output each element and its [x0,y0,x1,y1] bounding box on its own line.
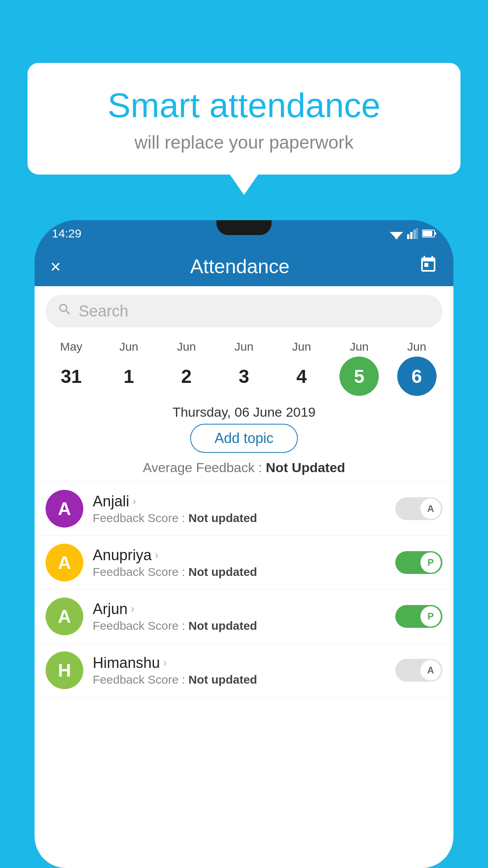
svg-rect-4 [410,232,413,239]
cal-date-number: 31 [51,357,91,396]
toggle-wrap[interactable]: P [395,605,442,628]
app-title: Attendance [190,255,290,278]
calendar-day[interactable]: Jun5 [336,340,383,396]
calendar-day[interactable]: Jun2 [163,340,210,396]
speech-bubble: Smart attendance will replace your paper… [28,63,460,175]
student-item[interactable]: AAnjali›Feedback Score : Not updatedA [35,482,453,536]
svg-rect-9 [423,231,432,236]
feedback-score: Feedback Score : Not updated [93,673,386,686]
student-info: Anupriya›Feedback Score : Not updated [93,547,386,579]
toggle-knob: P [420,606,441,627]
cal-month-label: Jun [350,340,369,353]
search-svg [57,302,72,317]
student-name-text: Anjali [93,493,129,510]
cal-month-label: May [60,340,83,353]
feedback-value: Not updated [188,619,257,632]
cal-date-number: 6 [397,357,437,396]
chevron-right-icon: › [131,603,134,615]
calendar-icon [419,255,438,274]
feedback-score: Feedback Score : Not updated [93,511,386,525]
student-item[interactable]: HHimanshu›Feedback Score : Not updatedA [35,644,453,697]
feedback-label: Feedback Score : [93,619,188,632]
attendance-toggle[interactable]: A [395,497,442,520]
student-item[interactable]: AArjun›Feedback Score : Not updatedP [35,590,453,644]
calendar-day[interactable]: Jun6 [393,340,440,396]
cal-month-label: Jun [119,340,138,353]
chevron-right-icon: › [132,495,136,508]
student-name: Himanshu› [93,655,386,671]
feedback-value: Not updated [188,511,257,524]
toggle-knob: A [420,498,441,519]
cal-date-number: 2 [167,357,206,396]
calendar-day[interactable]: Jun4 [278,340,325,396]
student-name: Anjali› [93,493,386,510]
avg-feedback-value: Not Updated [266,460,345,475]
cal-month-label: Jun [177,340,196,353]
student-name: Anupriya› [93,547,386,564]
calendar-button[interactable] [419,255,438,278]
cal-month-label: Jun [292,340,311,353]
cal-month-label: Jun [407,340,426,353]
student-name: Arjun› [93,601,386,618]
phone-frame: 14:29 × Attendance [35,220,453,868]
feedback-label: Feedback Score : [93,511,188,524]
calendar-day[interactable]: Jun3 [220,340,268,396]
attendance-toggle[interactable]: A [395,659,442,682]
toggle-wrap[interactable]: A [395,497,442,520]
attendance-toggle[interactable]: P [395,605,442,628]
feedback-value: Not updated [188,565,257,578]
status-bar: 14:29 [35,220,453,247]
avatar: A [46,490,83,528]
bubble-title: Smart attendance [47,86,441,125]
cal-month-label: Jun [235,340,253,353]
cal-date-number: 1 [109,357,149,396]
search-bar[interactable]: Search [46,295,442,327]
student-info: Arjun›Feedback Score : Not updated [93,601,386,633]
selected-date: Thursday, 06 June 2019 [35,405,453,420]
toggle-knob: P [420,552,441,573]
chevron-right-icon: › [163,657,167,669]
screen-content: Search May31Jun1Jun2Jun3Jun4Jun5Jun6 Thu… [35,286,453,868]
status-time: 14:29 [52,227,81,240]
calendar-day[interactable]: Jun1 [105,340,152,396]
add-topic-button[interactable]: Add topic [190,424,298,453]
search-icon [57,302,72,320]
students-list: AAnjali›Feedback Score : Not updatedAAAn… [35,482,453,697]
feedback-score: Feedback Score : Not updated [93,619,386,633]
cal-date-number: 3 [224,357,264,396]
svg-rect-6 [416,228,418,239]
student-name-text: Anupriya [93,547,152,564]
student-info: Anjali›Feedback Score : Not updated [93,493,386,525]
app-bar: × Attendance [35,247,453,286]
avg-feedback-label: Average Feedback : [143,460,266,475]
search-placeholder: Search [79,302,128,320]
battery-icon [422,229,436,238]
avatar: H [46,651,83,689]
svg-rect-8 [435,232,436,235]
toggle-wrap[interactable]: A [395,659,442,682]
signal-icon [407,228,418,239]
status-icons [390,228,436,239]
avatar: A [46,544,83,581]
feedback-value: Not updated [188,673,257,686]
svg-rect-5 [413,230,416,239]
close-button[interactable]: × [50,256,61,277]
student-item[interactable]: AAnupriya›Feedback Score : Not updatedP [35,536,453,590]
cal-date-number: 5 [339,357,379,396]
student-info: Himanshu›Feedback Score : Not updated [93,655,386,686]
attendance-toggle[interactable]: P [395,551,442,574]
chevron-right-icon: › [155,549,158,561]
calendar-day[interactable]: May31 [48,340,95,396]
feedback-label: Feedback Score : [93,673,188,686]
wifi-icon [390,228,403,239]
feedback-label: Feedback Score : [93,565,188,578]
toggle-wrap[interactable]: P [395,551,442,574]
toggle-knob: A [420,660,441,680]
feedback-score: Feedback Score : Not updated [93,565,386,579]
calendar-strip: May31Jun1Jun2Jun3Jun4Jun5Jun6 [35,336,453,396]
cal-date-number: 4 [282,357,321,396]
avatar: A [46,598,83,635]
bubble-subtitle: will replace your paperwork [47,132,441,153]
average-feedback: Average Feedback : Not Updated [35,460,453,475]
student-name-text: Himanshu [93,655,160,671]
